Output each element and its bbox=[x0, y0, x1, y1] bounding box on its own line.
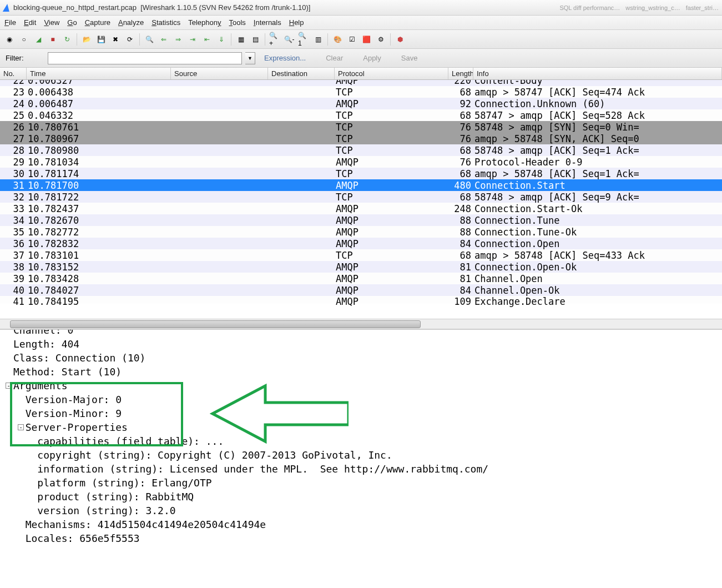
menu-edit[interactable]: Edit bbox=[24, 18, 36, 27]
menu-tools[interactable]: Tools bbox=[229, 18, 246, 27]
go-back-icon[interactable]: ⇐ bbox=[158, 33, 170, 46]
packet-row[interactable]: 3110.781700AMQP480Connection.Start bbox=[0, 179, 722, 191]
packet-row[interactable]: 240.006487AMQP92Connection.Unknown (60) bbox=[0, 98, 722, 109]
packet-row[interactable]: 3610.782832AMQP84Connection.Open bbox=[0, 238, 722, 249]
packet-row[interactable]: 3210.781722TCP6858748 > amqp [ACK] Seq=9… bbox=[0, 191, 722, 203]
detail-line[interactable]: Mechanisms: 414d51504c41494e20504c41494e bbox=[13, 517, 716, 531]
menu-bar: File Edit View Go Capture Analyze Statis… bbox=[0, 16, 722, 30]
menu-analyze[interactable]: Analyze bbox=[118, 18, 144, 27]
packet-row[interactable]: 3810.783152AMQP81Connection.Open-Ok bbox=[0, 261, 722, 273]
resize-cols-icon[interactable]: ▥ bbox=[312, 33, 324, 46]
stop-capture-icon[interactable]: ■ bbox=[47, 33, 59, 46]
detail-line[interactable]: capabilities (field table): ... bbox=[13, 434, 716, 448]
menu-file[interactable]: File bbox=[4, 18, 16, 27]
column-time[interactable]: Time bbox=[27, 68, 171, 79]
packet-row[interactable]: 3910.783428AMQP81Channel.Open bbox=[0, 273, 722, 284]
tree-collapse-icon[interactable]: - bbox=[18, 424, 24, 430]
main-toolbar: ◉ ○ ◢ ■ ↻ 📂 💾 ✖ ⟳ 🔍 ⇐ ⇒ ⇥ ⇤ ⇓ ▦ ▤ 🔍+ 🔍- … bbox=[0, 30, 722, 49]
filter-input[interactable] bbox=[48, 52, 242, 64]
go-down-icon[interactable]: ⇓ bbox=[215, 33, 228, 46]
save-button[interactable]: Save bbox=[401, 54, 418, 62]
menu-help[interactable]: Help bbox=[289, 18, 304, 27]
options-icon[interactable]: ○ bbox=[18, 33, 30, 46]
detail-line[interactable]: information (string): Licensed under the… bbox=[13, 462, 716, 476]
detail-line[interactable]: platform (string): Erlang/OTP bbox=[13, 476, 716, 490]
display-filters-icon[interactable]: ☑ bbox=[346, 33, 358, 46]
detail-line[interactable]: Length: 404 bbox=[13, 337, 716, 351]
detail-line[interactable]: Class: Connection (10) bbox=[13, 351, 716, 365]
help-icon[interactable]: ⬢ bbox=[394, 33, 406, 46]
menu-telephony[interactable]: Telephony bbox=[188, 18, 221, 27]
wireshark-fin-icon bbox=[3, 4, 11, 12]
packet-row[interactable]: 2610.780761TCP7658748 > amqp [SYN] Seq=0… bbox=[0, 121, 722, 133]
filter-dropdown-icon[interactable]: ▼ bbox=[245, 52, 255, 64]
packet-row[interactable]: 3710.783101TCP68amqp > 58748 [ACK] Seq=4… bbox=[0, 249, 722, 261]
detail-line[interactable]: Locales: 656e5f5553 bbox=[13, 531, 716, 545]
packet-row[interactable]: 230.006438TCP68amqp > 58747 [ACK] Seq=47… bbox=[0, 86, 722, 98]
expression-link[interactable]: Expression... bbox=[264, 54, 306, 62]
packet-row[interactable]: 3010.781174TCP68amqp > 58748 [ACK] Seq=1… bbox=[0, 168, 722, 179]
packet-row[interactable]: 4110.784195AMQP109Exchange.Declare bbox=[0, 296, 722, 304]
zoom-in-icon[interactable]: 🔍+ bbox=[269, 33, 281, 46]
zoom-out-icon[interactable]: 🔍- bbox=[283, 33, 295, 46]
menu-statistics[interactable]: Statistics bbox=[152, 18, 180, 27]
detail-line[interactable]: Version-Minor: 9 bbox=[13, 406, 716, 420]
restart-capture-icon[interactable]: ↻ bbox=[61, 33, 73, 46]
packet-row[interactable]: 3410.782670AMQP88Connection.Tune bbox=[0, 214, 722, 226]
reload-icon[interactable]: ⟳ bbox=[124, 33, 136, 46]
column-info[interactable]: Info bbox=[473, 68, 722, 79]
packet-row[interactable]: 3310.782437AMQP248Connection.Start-Ok bbox=[0, 203, 722, 214]
zoom-reset-icon[interactable]: 🔍1 bbox=[297, 33, 310, 46]
close-file-icon[interactable]: ✖ bbox=[109, 33, 122, 46]
layout1-icon[interactable]: ▦ bbox=[235, 33, 247, 46]
capture-filters-icon[interactable]: 🎨 bbox=[331, 33, 344, 46]
packet-row[interactable]: 4010.784027AMQP84Channel.Open-Ok bbox=[0, 284, 722, 296]
title-bar: blocking-queue_no_httpd_restart.pcap [Wi… bbox=[0, 0, 722, 16]
column-protocol[interactable]: Protocol bbox=[335, 68, 448, 79]
menu-view[interactable]: View bbox=[44, 18, 59, 27]
detail-line[interactable]: Method: Start (10) bbox=[13, 365, 716, 379]
interfaces-icon[interactable]: ◉ bbox=[3, 33, 16, 46]
packet-list-pane[interactable]: 220.006327AMQP220Content-Body230.006438T… bbox=[0, 80, 722, 329]
find-icon[interactable]: 🔍 bbox=[143, 33, 155, 46]
go-last-icon[interactable]: ⇥ bbox=[186, 33, 199, 46]
go-forward-icon[interactable]: ⇒ bbox=[172, 33, 184, 46]
filter-toolbar: Filter: ▼ Expression... Clear Apply Save bbox=[0, 49, 722, 68]
column-destination[interactable]: Destination bbox=[268, 68, 335, 79]
packet-row[interactable]: 2910.781034AMQP76Protocol-Header 0-9 bbox=[0, 156, 722, 168]
filter-label: Filter: bbox=[6, 54, 44, 62]
coloring-icon[interactable]: 🟥 bbox=[360, 33, 372, 46]
prefs-icon[interactable]: ⚙ bbox=[375, 33, 387, 46]
packet-row[interactable]: 2710.780967TCP76amqp > 58748 [SYN, ACK] … bbox=[0, 133, 722, 144]
start-capture-icon[interactable]: ◢ bbox=[32, 33, 44, 46]
packet-columns-header: No. Time Source Destination Protocol Len… bbox=[0, 68, 722, 80]
column-no[interactable]: No. bbox=[0, 68, 27, 79]
packet-row[interactable]: 3510.782772AMQP88Connection.Tune-Ok bbox=[0, 226, 722, 238]
save-file-icon[interactable]: 💾 bbox=[95, 33, 107, 46]
detail-line[interactable]: copyright (string): Copyright (C) 2007-2… bbox=[13, 448, 716, 462]
menu-internals[interactable]: Internals bbox=[254, 18, 281, 27]
detail-line[interactable]: product (string): RabbitMQ bbox=[13, 490, 716, 504]
detail-line[interactable]: version (string): 3.2.0 bbox=[13, 504, 716, 517]
detail-line[interactable]: Version-Major: 0 bbox=[13, 393, 716, 406]
menu-capture[interactable]: Capture bbox=[85, 18, 110, 27]
detail-line[interactable]: - Server-Properties bbox=[13, 420, 716, 434]
detail-line[interactable]: -Arguments bbox=[13, 379, 716, 393]
packet-row[interactable]: 250.046332TCP6858747 > amqp [ACK] Seq=52… bbox=[0, 109, 722, 121]
packet-detail-pane[interactable]: Channel: 0Length: 404Class: Connection (… bbox=[0, 329, 722, 584]
column-length[interactable]: Length bbox=[448, 68, 473, 79]
horizontal-scrollbar[interactable] bbox=[0, 319, 722, 329]
window-title: blocking-queue_no_httpd_restart.pcap [Wi… bbox=[13, 3, 310, 12]
go-first-icon[interactable]: ⇤ bbox=[201, 33, 213, 46]
packet-row[interactable]: 220.006327AMQP220Content-Body bbox=[0, 80, 722, 86]
open-file-icon[interactable]: 📂 bbox=[80, 33, 93, 46]
column-source[interactable]: Source bbox=[171, 68, 268, 79]
apply-button[interactable]: Apply bbox=[363, 54, 381, 62]
background-tabs: SQL diff performanc…wstring_wstring_c…fa… bbox=[559, 4, 719, 11]
packet-row[interactable]: 2810.780980TCP6858748 > amqp [ACK] Seq=1… bbox=[0, 144, 722, 156]
menu-go[interactable]: Go bbox=[67, 18, 77, 27]
layout2-icon[interactable]: ▤ bbox=[249, 33, 261, 46]
clear-button[interactable]: Clear bbox=[326, 54, 343, 62]
tree-collapse-icon[interactable]: - bbox=[6, 383, 12, 389]
